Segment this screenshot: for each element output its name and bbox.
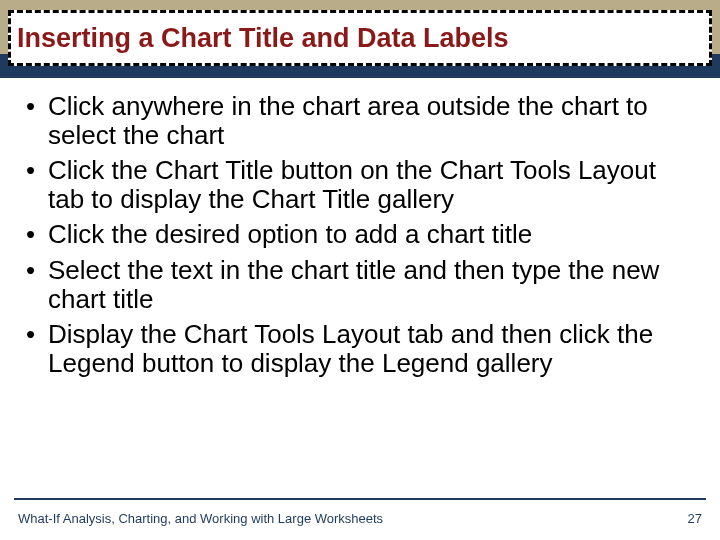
list-item: Select the text in the chart title and t… bbox=[20, 256, 696, 314]
list-item: Display the Chart Tools Layout tab and t… bbox=[20, 320, 696, 378]
list-item: Click anywhere in the chart area outside… bbox=[20, 92, 696, 150]
list-item: Click the desired option to add a chart … bbox=[20, 220, 696, 249]
footer: What-If Analysis, Charting, and Working … bbox=[18, 511, 702, 526]
bullet-list: Click anywhere in the chart area outside… bbox=[20, 92, 696, 378]
footer-text-left: What-If Analysis, Charting, and Working … bbox=[18, 511, 383, 526]
slide: Inserting a Chart Title and Data Labels … bbox=[0, 0, 720, 540]
footer-divider bbox=[14, 498, 706, 500]
list-item: Click the Chart Title button on the Char… bbox=[20, 156, 696, 214]
content-area: Click anywhere in the chart area outside… bbox=[20, 92, 696, 484]
title-container: Inserting a Chart Title and Data Labels bbox=[8, 10, 712, 66]
slide-title: Inserting a Chart Title and Data Labels bbox=[17, 23, 509, 54]
page-number: 27 bbox=[688, 511, 702, 526]
